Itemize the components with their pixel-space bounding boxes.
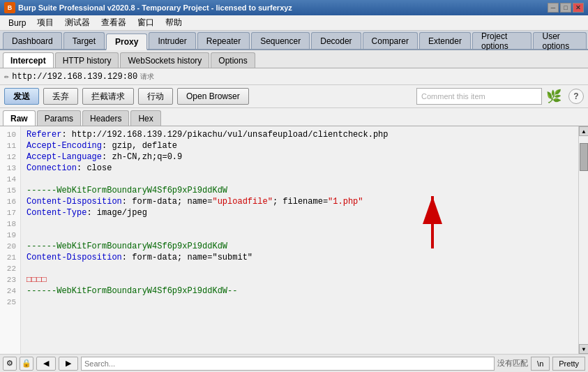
scroll-down-arrow[interactable]: ▼	[579, 344, 588, 354]
settings-icon[interactable]: ⚙	[3, 357, 17, 371]
content-tab-bar: Raw Params Headers Hex	[0, 108, 588, 126]
proxy-tab-websockets[interactable]: WebSockets history	[120, 52, 209, 68]
tab-comparer[interactable]: Comparer	[363, 32, 418, 49]
code-line	[27, 174, 573, 185]
code-line	[27, 230, 573, 241]
app-icon: B	[4, 2, 15, 13]
action-button[interactable]: 行动	[138, 88, 173, 105]
titlebar: B Burp Suite Professional v2020.8 - Temp…	[0, 0, 588, 15]
url-toolbar: ✏ http://192.168.139.129:80 请求	[0, 68, 588, 85]
menu-window[interactable]: 窗口	[132, 15, 160, 30]
help-icon[interactable]: ?	[568, 89, 584, 104]
burp-logo-icon: 🌿	[546, 89, 561, 104]
comment-box[interactable]: Comment this item	[416, 88, 542, 105]
maximize-button[interactable]: □	[560, 3, 571, 13]
search-input[interactable]	[81, 357, 495, 371]
back-button[interactable]: ◀	[36, 357, 56, 371]
tab-user-options[interactable]: User options	[533, 32, 587, 49]
menu-viewer[interactable]: 查看器	[96, 15, 132, 30]
code-wrapper: 10111213141516171819202122232425 Referer…	[0, 126, 588, 354]
proxy-tab-intercept[interactable]: Intercept	[3, 52, 54, 68]
newline-button[interactable]: \n	[531, 357, 550, 371]
content-tab-hex[interactable]: Hex	[130, 110, 160, 126]
code-content[interactable]: Referer: http://192.168.139.129/pikachu/…	[21, 126, 578, 354]
scroll-thumb[interactable]	[580, 143, 588, 171]
main-content: Intercept HTTP history WebSockets histor…	[0, 50, 588, 354]
code-container: 10111213141516171819202122232425 Referer…	[0, 126, 578, 354]
tab-sequencer[interactable]: Sequencer	[251, 32, 310, 49]
code-line: Content-Type: image/jpeg	[27, 207, 573, 218]
code-line: □□□□	[27, 274, 573, 285]
main-tab-bar: Dashboard Target Proxy Intruder Repeater…	[0, 31, 588, 50]
tab-project-options[interactable]: Project options	[472, 32, 532, 49]
open-browser-button[interactable]: Open Browser	[177, 88, 249, 105]
window-title: Burp Suite Professional v2020.8 - Tempor…	[18, 3, 548, 12]
code-line: Connection: close	[27, 163, 573, 174]
forward-button[interactable]: 发送	[4, 88, 39, 105]
code-scroll[interactable]: 10111213141516171819202122232425 Referer…	[0, 126, 578, 354]
tab-decoder[interactable]: Decoder	[311, 32, 361, 49]
code-line: Accept-Language: zh-CN,zh;q=0.9	[27, 151, 573, 163]
menu-burp[interactable]: Burp	[3, 15, 31, 30]
tab-proxy[interactable]: Proxy	[106, 34, 147, 50]
code-line	[27, 263, 573, 274]
menu-tester[interactable]: 测试器	[59, 15, 96, 30]
shield-icon[interactable]: 🔒	[20, 357, 33, 371]
drop-button[interactable]: 丢弃	[43, 88, 78, 105]
window-controls[interactable]: ─ □ ✕	[548, 3, 584, 13]
proxy-tab-bar: Intercept HTTP history WebSockets histor…	[0, 50, 588, 68]
comment-placeholder: Comment this item	[421, 92, 485, 101]
code-line: Referer: http://192.168.139.129/pikachu/…	[27, 129, 573, 140]
content-tab-params[interactable]: Params	[37, 110, 81, 126]
line-numbers: 10111213141516171819202122232425	[0, 126, 21, 354]
close-button[interactable]: ✕	[573, 3, 584, 13]
pretty-button[interactable]: Pretty	[552, 357, 585, 371]
edit-icon: ✏	[4, 71, 9, 82]
content-tab-raw[interactable]: Raw	[3, 110, 36, 126]
request-url: http://192.168.139.129:80	[12, 72, 137, 82]
code-line: ------WebKitFormBoundaryW4Sf6p9xPi9ddKdW…	[27, 285, 573, 297]
forward-nav-button[interactable]: ▶	[59, 357, 78, 371]
content-tab-headers[interactable]: Headers	[82, 110, 129, 126]
tab-target[interactable]: Target	[63, 32, 105, 49]
code-line: Content-Disposition: form-data; name="su…	[27, 252, 573, 263]
proxy-tab-http-history[interactable]: HTTP history	[55, 52, 119, 68]
url-note: 请求	[140, 72, 154, 82]
minimize-button[interactable]: ─	[548, 3, 559, 13]
menu-help[interactable]: 帮助	[160, 15, 188, 30]
code-line: ------WebKitFormBoundaryW4Sf6p9xPi9ddKdW	[27, 185, 573, 196]
intercept-button[interactable]: 拦截请求	[82, 88, 134, 105]
code-line: Content-Disposition: form-data; name="up…	[27, 196, 573, 207]
code-line	[27, 297, 573, 308]
status-bar: ⚙ 🔒 ◀ ▶ 没有匹配 \n Pretty	[0, 354, 588, 372]
code-line: ------WebKitFormBoundaryW4Sf6p9xPi9ddKdW	[27, 241, 573, 252]
tab-extender[interactable]: Extender	[419, 32, 471, 49]
tab-dashboard[interactable]: Dashboard	[3, 32, 62, 49]
menu-project[interactable]: 项目	[31, 15, 59, 30]
no-match-label: 没有匹配	[497, 358, 528, 369]
code-line: Accept-Encoding: gzip, deflate	[27, 140, 573, 151]
scroll-up-arrow[interactable]: ▲	[579, 126, 588, 136]
tab-intruder[interactable]: Intruder	[149, 32, 195, 49]
code-line	[27, 218, 573, 230]
scrollbar[interactable]: ▲ ▼	[578, 126, 588, 354]
tab-repeater[interactable]: Repeater	[197, 32, 250, 49]
menubar: Burp 项目 测试器 查看器 窗口 帮助	[0, 15, 588, 31]
proxy-tab-options[interactable]: Options	[211, 52, 255, 68]
action-bar: 发送 丢弃 拦截请求 行动 Open Browser Comment this …	[0, 85, 588, 108]
